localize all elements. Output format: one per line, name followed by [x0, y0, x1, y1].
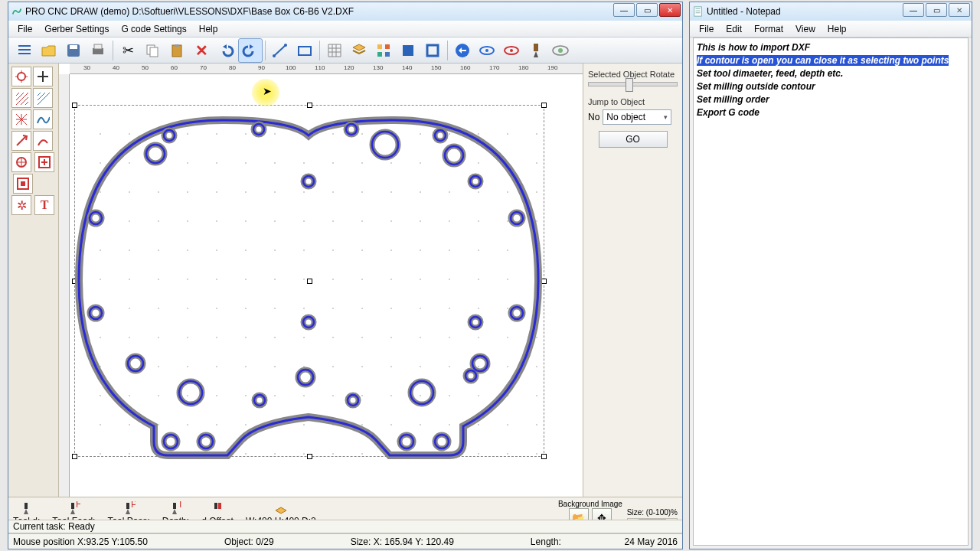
notepad-textarea[interactable]: This is how to import DXF If contour is …	[693, 37, 969, 546]
hatch-tool[interactable]	[11, 88, 31, 108]
offset-icon	[211, 501, 224, 515]
svg-rect-19	[427, 45, 438, 56]
grid-button[interactable]	[323, 39, 346, 62]
save-button[interactable]	[62, 39, 85, 62]
redo-button[interactable]	[239, 39, 262, 62]
svg-rect-6	[94, 44, 102, 49]
main-menubar: File Gerber Settings G code Settings Hel…	[8, 21, 682, 37]
current-task: Current task: Ready	[13, 521, 95, 532]
svg-text:F: F	[76, 501, 80, 510]
cut-button[interactable]: ✂	[116, 39, 139, 62]
np-menu-format[interactable]: Format	[748, 22, 789, 36]
ruler-vertical	[59, 74, 70, 514]
open-button[interactable]	[38, 39, 60, 62]
main-window: PRO CNC DRAW (demo) D:\Softueri\VLESSONS…	[8, 2, 683, 549]
delete-button[interactable]: ✕	[190, 39, 213, 62]
svg-point-28	[18, 73, 25, 80]
np-menu-help[interactable]: Help	[822, 22, 853, 36]
curve-tool[interactable]	[33, 109, 53, 129]
svg-rect-96	[214, 503, 217, 509]
drawing-canvas[interactable]: ➤	[70, 74, 583, 514]
svg-text:T: T	[178, 501, 182, 510]
view-eye-button[interactable]	[549, 39, 572, 62]
line-tool-button[interactable]	[269, 39, 292, 62]
svg-rect-2	[18, 53, 31, 54]
maximize-button[interactable]: ▭	[636, 3, 658, 17]
copy-button[interactable]	[141, 39, 164, 62]
vector-tool[interactable]	[11, 131, 31, 151]
list-button[interactable]	[13, 39, 36, 62]
size-label: Size: (0-100)%	[627, 508, 678, 517]
explode-button[interactable]	[372, 39, 395, 62]
wh-icon	[274, 501, 288, 515]
svg-rect-89	[24, 503, 28, 509]
pattern-tool[interactable]	[33, 88, 53, 108]
np-menu-edit[interactable]: Edit	[720, 22, 748, 36]
main-title-text: PRO CNC DRAW (demo) D:\Softueri\VLESSONS…	[25, 6, 679, 17]
outline-button[interactable]	[421, 39, 444, 62]
np-line-1: This is how to import DXF	[697, 41, 965, 54]
menu-gerber-settings[interactable]: Gerber Settings	[38, 22, 115, 36]
drill-button[interactable]	[524, 39, 547, 62]
np-line-6: Export G code	[697, 106, 965, 119]
select-tool[interactable]	[11, 67, 31, 86]
svg-rect-90	[71, 503, 74, 509]
np-minimize-button[interactable]: —	[903, 3, 924, 17]
jump-label: Jump to Object	[588, 97, 678, 106]
np-menu-view[interactable]: View	[789, 22, 822, 36]
svg-point-82	[410, 381, 433, 404]
eye2-button[interactable]	[500, 39, 523, 62]
gear-tool[interactable]: ✲	[11, 195, 31, 215]
layers-button[interactable]	[348, 39, 371, 62]
cursor-icon: ➤	[263, 85, 272, 97]
menu-help[interactable]: Help	[193, 22, 224, 36]
box-tool[interactable]	[13, 174, 33, 194]
rect-tool-button[interactable]	[293, 39, 316, 62]
go-button[interactable]: GO	[599, 131, 668, 148]
eye1-button[interactable]	[475, 39, 498, 62]
curve-red-tool[interactable]	[33, 131, 53, 151]
np-close-button[interactable]: ✕	[949, 3, 970, 17]
svg-rect-14	[377, 44, 382, 49]
svg-rect-94	[173, 503, 176, 509]
direction-button[interactable]	[451, 39, 474, 62]
bg-image-label: Background Image	[558, 500, 622, 508]
crosshair-tool[interactable]	[33, 67, 53, 86]
np-menu-file[interactable]: File	[693, 22, 720, 36]
svg-rect-13	[299, 47, 311, 55]
undo-button[interactable]	[214, 39, 237, 62]
paste-button[interactable]	[165, 39, 188, 62]
svg-rect-10	[175, 44, 179, 47]
notepad-window: Untitled - Notepad — ▭ ✕ File Edit Forma…	[689, 2, 972, 549]
main-titlebar[interactable]: PRO CNC DRAW (demo) D:\Softueri\VLESSONS…	[8, 2, 682, 21]
app-icon	[11, 6, 22, 17]
print-button[interactable]	[87, 39, 109, 62]
svg-point-27	[558, 48, 563, 53]
svg-point-66	[372, 132, 398, 158]
size-readout: Size: X: 165.94 Y: 120.49	[351, 536, 454, 547]
canvas-area: 3040506070809010011012013014015016017018…	[59, 64, 583, 514]
tool-d-icon	[20, 501, 34, 515]
minimize-button[interactable]: —	[613, 3, 635, 17]
svg-rect-16	[377, 52, 382, 57]
menu-file[interactable]: File	[11, 22, 38, 36]
np-line-4: Set milling outside contour	[697, 80, 965, 93]
menu-gcode-settings[interactable]: G code Settings	[115, 22, 192, 36]
np-maximize-button[interactable]: ▭	[926, 3, 947, 17]
object-count: Object: 0/29	[224, 536, 274, 547]
fill-button[interactable]	[397, 39, 420, 62]
notepad-titlebar[interactable]: Untitled - Notepad — ▭ ✕	[690, 2, 972, 21]
svg-rect-32	[21, 181, 25, 186]
close-button[interactable]: ✕	[659, 3, 681, 17]
svg-rect-98	[694, 7, 702, 16]
text-tool[interactable]: T	[34, 195, 54, 215]
rotate-slider[interactable]	[588, 82, 678, 86]
mesh-tool[interactable]	[11, 109, 31, 129]
circle-target-tool[interactable]	[11, 152, 31, 172]
np-line-5: Set milling order	[697, 93, 965, 106]
svg-rect-15	[385, 44, 390, 49]
svg-rect-92	[126, 503, 129, 509]
box-add-tool[interactable]	[34, 152, 54, 172]
object-select[interactable]: No object	[603, 109, 671, 125]
right-panel: Selected Object Rotate Jump to Object No…	[583, 64, 682, 514]
